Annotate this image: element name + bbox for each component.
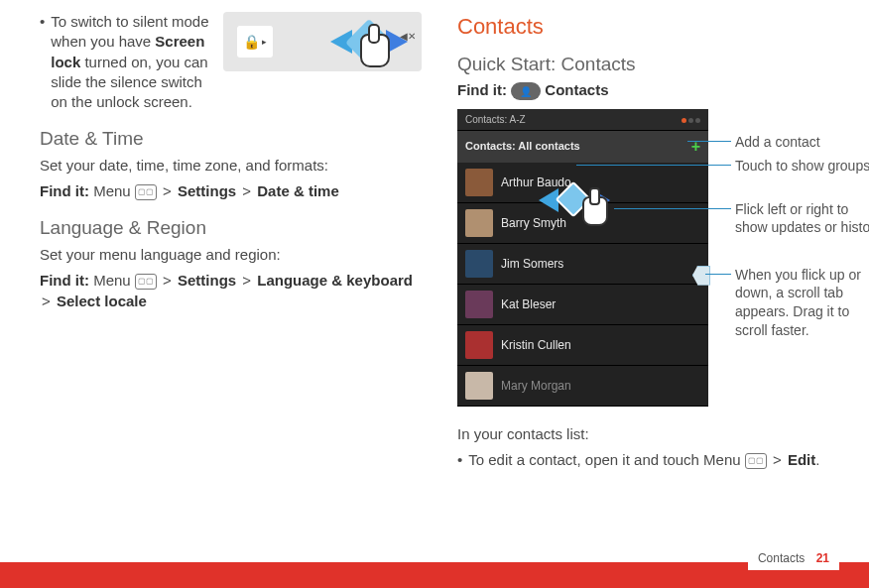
hand-pointer-icon <box>582 196 608 226</box>
quickstart-heading: Quick Start: Contacts <box>457 52 839 77</box>
language-body: Set your menu language and region: <box>40 245 422 265</box>
chapter-heading: Contacts <box>457 12 839 42</box>
avatar <box>465 209 493 237</box>
edit-bullet: • To edit a contact, open it and touch M… <box>457 450 839 470</box>
menu-icon: ▢▢ <box>135 184 157 200</box>
in-list-text: In your contacts list: <box>457 424 839 444</box>
lock-icon: 🔒▸ <box>237 26 273 58</box>
callout-add: Add a contact <box>735 134 820 150</box>
phone-statusbar: Contacts: A-Z <box>457 109 708 131</box>
right-column: Contacts Quick Start: Contacts Find it: … <box>457 12 839 478</box>
language-findit: Find it: Menu ▢▢ > Settings > Language &… <box>40 271 422 311</box>
contacts-figure: Contacts: A-Z Contacts: All contacts + A… <box>457 109 839 407</box>
list-item[interactable]: Jim Somers <box>457 244 708 285</box>
page-footer: Contacts 21 <box>0 562 869 588</box>
callout-scrolltab: When you flick up or down, a scroll tab … <box>735 267 861 339</box>
date-time-heading: Date & Time <box>40 126 422 152</box>
page-number: 21 <box>816 551 829 565</box>
avatar <box>465 291 493 318</box>
phone-screenshot: Contacts: A-Z Contacts: All contacts + A… <box>457 109 708 407</box>
avatar <box>465 372 493 400</box>
page-dots-icon <box>680 113 700 127</box>
contacts-app-icon: 👤 <box>511 82 541 100</box>
footer-section: Contacts <box>758 551 805 565</box>
list-item[interactable]: Kat Bleser <box>457 285 708 325</box>
add-contact-button[interactable]: + <box>691 136 700 158</box>
contacts-findit: Find it: 👤 Contacts <box>457 80 839 100</box>
list-item[interactable]: Mary Morgan <box>457 366 708 407</box>
left-column: • 🔒▸ ◀✕ To switch to silent mode when yo… <box>40 12 422 478</box>
avatar <box>465 331 493 359</box>
callout-flick: Flick left or right to show updates or h… <box>735 201 869 236</box>
contacts-header[interactable]: Contacts: All contacts + <box>457 130 708 163</box>
mute-icon: ◀✕ <box>400 30 416 44</box>
avatar <box>465 250 493 278</box>
avatar <box>465 169 493 196</box>
menu-icon: ▢▢ <box>745 453 767 469</box>
silent-mode-bullet: • 🔒▸ ◀✕ To switch to silent mode when yo… <box>40 12 422 112</box>
language-heading: Language & Region <box>40 215 422 241</box>
list-item[interactable]: Kristin Cullen <box>457 325 708 366</box>
date-time-findit: Find it: Menu ▢▢ > Settings > Date & tim… <box>40 181 422 201</box>
callout-groups: Touch to show groups <box>735 158 869 174</box>
bullet-dot: • <box>40 12 45 112</box>
date-time-body: Set your date, time, time zone, and form… <box>40 156 422 176</box>
menu-icon: ▢▢ <box>135 274 157 290</box>
hand-pointer-icon <box>360 34 390 67</box>
unlock-slider-illustration: 🔒▸ ◀✕ <box>223 12 422 71</box>
